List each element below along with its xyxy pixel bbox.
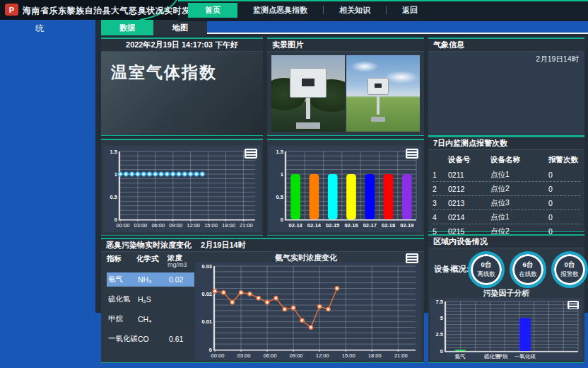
table-cell: 0.02 (169, 275, 193, 284)
table-cell: 0214 (448, 213, 490, 222)
circle-label: 离线数 (477, 270, 495, 279)
greenhouse-gas-title: 温室气体指数 (111, 62, 217, 84)
devices-body: 设备概况: 0台离线数6台在线数0台报警数 污染因子分析 02.557.5氨气硫… (428, 248, 584, 362)
odor-row-H₂S[interactable]: 硫化氢H₂S (107, 292, 194, 306)
table-cell: 甲烷 (107, 314, 138, 324)
table-cell: 2 (433, 185, 448, 193)
svg-text:0.03: 0.03 (201, 263, 212, 270)
svg-text:1: 1 (281, 171, 283, 178)
svg-text:12:00: 12:00 (316, 352, 329, 359)
svg-text:06:00: 06:00 (264, 352, 277, 359)
odor-header: 恶臭污染物实时浓度变化 2月19日14时 (101, 239, 424, 252)
table-cell: 一氧化碳 (107, 334, 138, 344)
panel-greeting: 2022年2月19日 14:17:03 下午好 温室气体指数 (101, 38, 263, 136)
svg-text:0: 0 (440, 348, 443, 355)
nav-item-2[interactable]: 相关知识 (324, 3, 386, 18)
svg-text:02-14: 02-14 (307, 222, 322, 229)
table-cell: 氨气 (107, 275, 138, 284)
svg-text:0.5: 0.5 (276, 194, 283, 200)
table-cell: 点位1 (490, 212, 548, 222)
device-overview-label: 设备概况: (434, 264, 469, 275)
nav-item-0[interactable]: 首页 (188, 3, 237, 18)
devices-header: 区域内设备情况 (428, 236, 584, 248)
svg-text:02-19: 02-19 (400, 222, 413, 229)
ammonia-realtime-chart: 00.010.020.0300:0003:0006:0009:0012:0015… (195, 262, 421, 360)
status-circle-2: 0台报警数 (551, 251, 588, 288)
odor-row-CH₄[interactable]: 甲烷CH₄ (107, 312, 194, 326)
app-logo: P (5, 4, 18, 16)
greenhouse-index-chart: 00.511.500:0003:0006:0009:0012:0015:0018… (103, 146, 261, 232)
odor-header-title: 恶臭污染物实时浓度变化 (106, 241, 192, 249)
svg-text:03:00: 03:00 (134, 222, 148, 229)
svg-text:15:00: 15:00 (342, 352, 355, 359)
site-photo-2[interactable] (346, 55, 420, 132)
menu-icon[interactable] (406, 253, 418, 263)
table-cell: CH₄ (138, 315, 169, 323)
svg-text:7.5: 7.5 (436, 299, 443, 305)
table-cell: 点位2 (490, 184, 548, 194)
tab-data[interactable]: 数据 (101, 20, 153, 35)
panel-live-photos: 实景图片 (267, 38, 424, 136)
svg-text:00:00: 00:00 (117, 222, 130, 229)
panel-area-devices: 区域内设备情况 设备概况: 0台离线数6台在线数0台报警数 污染因子分析 02.… (428, 234, 584, 363)
table-row[interactable]: 20212点位20 (433, 182, 580, 196)
table-cell: 4 (433, 213, 448, 222)
pollution-factor-title: 污染因子分析 (428, 288, 584, 299)
svg-text:02-17: 02-17 (363, 222, 377, 229)
table-cell: 0.61 (169, 335, 193, 343)
table-cell: H₂S (138, 295, 169, 304)
site-photo-1[interactable] (271, 55, 345, 132)
dashboard-page: { "topbar": { "logo_glyph": "P", "title"… (0, 0, 588, 368)
tab-map[interactable]: 地图 (153, 20, 207, 35)
odor-table: 指标 化学式 浓度mg/m3 氨气NH₃0.02硫化氢H₂S甲烷CH₄一氧化碳C… (107, 252, 194, 362)
alarms-header: 7日内监测点报警次数 (428, 137, 584, 150)
monitoring-device (346, 55, 420, 132)
alarms-table-header: 设备号 设备名称 报警次数 (433, 153, 580, 168)
svg-text:氨气: 氨气 (455, 353, 466, 360)
menu-icon[interactable] (245, 149, 257, 159)
table-row[interactable]: 40214点位10 (433, 210, 580, 224)
odor-row-CO[interactable]: 一氧化碳CO0.61 (107, 332, 194, 346)
menu-icon[interactable] (568, 301, 579, 309)
table-cell: 1 (433, 171, 448, 179)
daily-index-chart: 00.511.502-1302-1402-1502-1602-1702-1802… (269, 146, 422, 232)
odor-row-NH₃[interactable]: 氨气NH₃0.02 (107, 272, 194, 287)
svg-text:甲烷: 甲烷 (498, 353, 509, 360)
odor-table-header: 指标 化学式 浓度mg/m3 (107, 252, 194, 268)
nav-item-1[interactable]: 监测点恶臭指数 (237, 3, 323, 18)
table-cell: 0 (548, 199, 580, 207)
nav-item-3[interactable]: 返回 (387, 3, 433, 18)
circle-count: 6台 (523, 260, 534, 270)
table-cell: 0 (548, 213, 580, 222)
panel-weather-info: 气象信息 2月19日14时 (428, 38, 584, 136)
svg-text:一氧化碳: 一氧化碳 (514, 353, 536, 360)
weather-header: 气象信息 (428, 39, 584, 52)
monitoring-device (271, 55, 345, 132)
menu-icon[interactable] (406, 149, 418, 159)
svg-text:02-18: 02-18 (382, 222, 395, 229)
panel-odor-concentration: 恶臭污染物实时浓度变化 2月19日14时 指标 化学式 浓度mg/m3 氨气NH… (101, 238, 424, 363)
svg-text:18:00: 18:00 (368, 352, 382, 359)
svg-text:06:00: 06:00 (151, 222, 165, 229)
photos-body (267, 52, 424, 135)
status-circle-1: 6台在线数 (510, 251, 546, 288)
pollution-factor-chart: 02.557.5氨气硫化氢甲烷一氧化碳 (430, 298, 582, 360)
device-status-circles: 0台离线数6台在线数0台报警数 (468, 251, 588, 288)
table-cell: 0 (548, 185, 580, 193)
table-row[interactable]: 30213点位30 (433, 196, 580, 210)
greeting-body: 温室气体指数 (101, 52, 263, 135)
svg-text:02-15: 02-15 (326, 222, 339, 229)
svg-text:0.01: 0.01 (201, 318, 212, 325)
status-circle-0: 0台离线数 (468, 251, 505, 288)
table-cell: CO (138, 335, 169, 343)
tabrow-background (207, 20, 588, 33)
weather-timestamp: 2月19日14时 (536, 54, 579, 64)
svg-text:02-13: 02-13 (289, 222, 302, 229)
table-cell: 点位3 (490, 198, 548, 208)
circle-label: 在线数 (519, 270, 537, 279)
top-bar: P 海南省乐东黎族自治县大气恶臭状况实时发布系 首页监测点恶臭指数相关知识返回 (0, 0, 588, 20)
table-cell: 0 (548, 171, 580, 179)
svg-text:09:00: 09:00 (169, 222, 182, 229)
tabrow-underline (207, 33, 588, 34)
table-row[interactable]: 10211点位10 (433, 168, 580, 182)
